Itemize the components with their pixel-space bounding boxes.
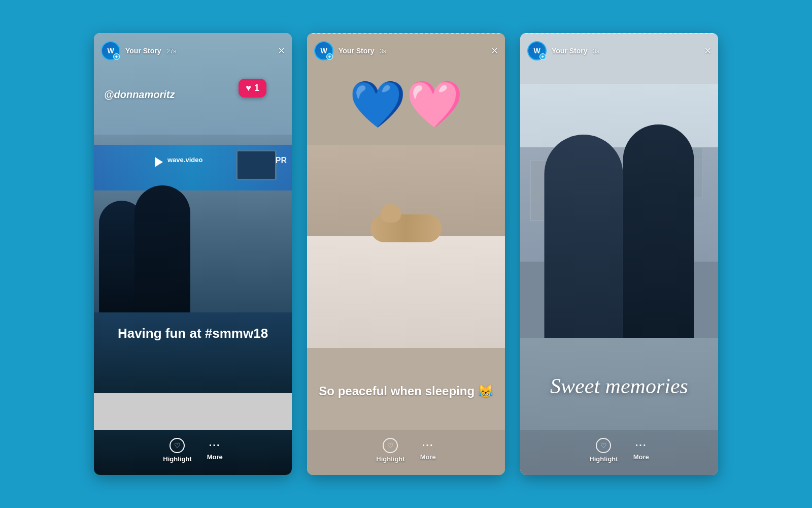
story-footer-3: ♡ Highlight ··· More <box>520 430 718 475</box>
photo-area-1: wave.video PR <box>94 135 292 312</box>
highlight-icon-1: ♡ <box>170 438 185 453</box>
story-meta-2: Your Story 3s <box>339 46 491 55</box>
story-time-3: 3s <box>593 48 599 55</box>
cat-scene-2 <box>307 145 505 348</box>
dots-icon-2: ··· <box>422 440 434 450</box>
story-title-1: Your Story <box>125 47 161 55</box>
heart-icon-1: ♥ <box>246 83 251 93</box>
story-caption-2: So peaceful when sleeping 😹 <box>319 383 493 400</box>
plus-badge-3: + <box>539 53 546 60</box>
logo-text-1: W <box>107 47 114 55</box>
highlight-label-3: Highlight <box>589 455 618 463</box>
highlight-label-1: Highlight <box>163 455 191 463</box>
more-action-1[interactable]: ··· More <box>207 440 223 461</box>
person-sil-2 <box>134 185 190 312</box>
dotted-progress-line-3 <box>520 33 718 34</box>
heart-outline-1: ♡ <box>174 441 181 450</box>
more-action-3[interactable]: ··· More <box>633 440 649 461</box>
story-header-2: W + Your Story 3s × <box>307 37 505 65</box>
more-action-2[interactable]: ··· More <box>420 440 436 461</box>
avatar-3: W + <box>527 41 547 60</box>
monitor-1 <box>236 150 277 180</box>
highlight-icon-3: ♡ <box>596 438 611 453</box>
more-label-1: More <box>207 453 223 461</box>
plus-badge-1: + <box>113 53 120 60</box>
heart-outline-2: ♡ <box>387 441 394 450</box>
close-button-2[interactable]: × <box>491 45 498 56</box>
story-meta-1: Your Story 27s <box>125 46 278 55</box>
highlight-label-2: Highlight <box>376 455 404 463</box>
close-button-3[interactable]: × <box>704 45 711 56</box>
story-card-1: W + Your Story 27s × @donnamoritz ♥ 1 wa… <box>94 33 292 475</box>
avatar-2: W + <box>314 41 333 60</box>
story-header-3: W + Your Story 3s × <box>520 37 718 65</box>
logo-text-3: W <box>533 47 540 55</box>
stories-container: W + Your Story 27s × @donnamoritz ♥ 1 wa… <box>94 33 718 475</box>
story-caption-3: Sweet memories <box>550 373 688 399</box>
people-photo-3 <box>545 124 694 338</box>
story-title-3: Your Story <box>552 47 588 55</box>
highlight-icon-2: ♡ <box>383 438 398 453</box>
dots-icon-1: ··· <box>209 440 221 450</box>
wave-video-label-1: wave.video <box>167 156 202 164</box>
more-label-2: More <box>420 453 436 461</box>
close-button-1[interactable]: × <box>278 45 285 56</box>
hearts-emoji-2: 💙🩷 <box>349 81 463 127</box>
story-title-2: Your Story <box>339 47 375 55</box>
story-time-1: 27s <box>166 48 176 55</box>
mention-tag-1: @donnamoritz <box>104 89 175 101</box>
highlight-action-3[interactable]: ♡ Highlight <box>589 438 618 463</box>
plus-badge-2: + <box>326 53 333 60</box>
notification-count-1: 1 <box>254 83 259 93</box>
heart-outline-3: ♡ <box>600 441 607 450</box>
cat-head-2 <box>381 204 401 223</box>
highlight-action-1[interactable]: ♡ Highlight <box>163 438 191 463</box>
cat-figure-2 <box>370 214 442 242</box>
play-icon-1 <box>155 157 163 167</box>
more-label-3: More <box>633 453 649 461</box>
notification-badge-1: ♥ 1 <box>239 79 266 98</box>
logo-text-2: W <box>320 47 327 55</box>
story-footer-2: ♡ Highlight ··· More <box>307 430 505 475</box>
pr-text-1: PR <box>276 156 287 165</box>
outdoor-photo-3 <box>520 84 718 338</box>
story-footer-1: ♡ Highlight ··· More <box>94 430 292 475</box>
p3-person1 <box>545 135 623 338</box>
story-card-3: W + Your Story 3s × <box>520 33 718 475</box>
highlight-action-2[interactable]: ♡ Highlight <box>376 438 404 463</box>
story-meta-3: Your Story 3s <box>552 46 704 55</box>
dots-icon-3: ··· <box>635 440 647 450</box>
avatar-1: W + <box>101 41 120 60</box>
bed-white-2 <box>307 236 505 348</box>
caption-area-1: Having fun at #smmw18 <box>94 312 292 393</box>
story-header-1: W + Your Story 27s × <box>94 37 292 65</box>
p3-person2 <box>623 124 694 338</box>
dotted-progress-line-2 <box>307 33 505 34</box>
story-card-2: W + Your Story 3s × 💙🩷 So peaceful when … <box>307 33 505 475</box>
story-time-2: 3s <box>380 48 386 55</box>
story-caption-1: Having fun at #smmw18 <box>118 325 268 342</box>
